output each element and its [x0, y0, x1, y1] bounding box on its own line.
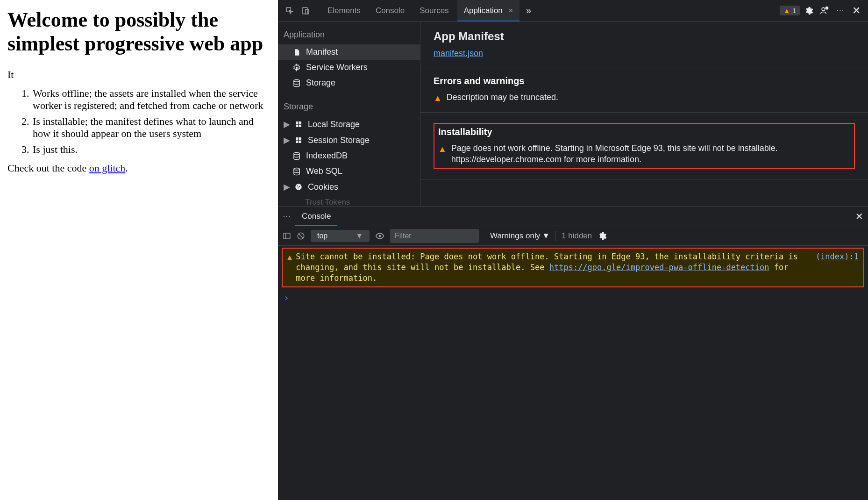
- warning-count: 1: [792, 7, 796, 14]
- svg-rect-8: [299, 121, 301, 124]
- installability-highlight: Installability ▲ Page does not work offl…: [434, 123, 855, 169]
- svg-line-24: [299, 234, 303, 238]
- more-tabs-icon[interactable]: »: [521, 4, 535, 18]
- database-icon: [292, 167, 301, 176]
- kebab-icon[interactable]: ⋯: [833, 4, 847, 18]
- close-drawer-icon[interactable]: ✕: [855, 211, 863, 222]
- svg-point-6: [294, 79, 299, 82]
- page-intro: It: [7, 69, 270, 81]
- console-link[interactable]: https://goo.gle/improved-pwa-offline-det…: [549, 263, 769, 272]
- console-drawer: ⋯ Console ✕ top ▼ Warnings only ▼: [278, 206, 868, 500]
- sidebar-item-local-storage[interactable]: ▶ Local Storage: [278, 116, 420, 132]
- context-selector[interactable]: top ▼: [311, 230, 370, 242]
- warnings-pill[interactable]: ▲ 1: [780, 6, 800, 15]
- sidebar-item-label: Cookies: [308, 182, 338, 192]
- warning-icon: ▲: [783, 7, 790, 14]
- svg-rect-14: [299, 141, 301, 143]
- svg-rect-21: [284, 233, 290, 239]
- svg-point-3: [822, 7, 825, 11]
- outro-suffix: .: [125, 162, 128, 174]
- sidebar-item-trust-tokens[interactable]: Trust Tokens: [278, 195, 420, 206]
- error-text: Description may be truncated.: [447, 92, 558, 103]
- file-icon: [292, 48, 301, 57]
- warning-icon: ▲: [438, 144, 447, 155]
- devtools-body: Application Manifest Service Workers Sto…: [278, 21, 868, 206]
- sidebar-item-label: Manifest: [306, 47, 338, 57]
- console-settings-icon[interactable]: [598, 231, 607, 241]
- svg-point-19: [299, 186, 300, 187]
- inspect-icon[interactable]: [283, 4, 297, 18]
- sidebar-item-websql[interactable]: Web SQL: [278, 164, 420, 179]
- page-title: Welcome to possibly the simplest progres…: [7, 8, 270, 56]
- devtools-tabbar: Elements Console Sources Application × »…: [278, 0, 868, 21]
- sidebar-item-storage[interactable]: Storage: [278, 75, 420, 91]
- app-manifest-heading: App Manifest: [434, 30, 855, 43]
- drawer-more-icon[interactable]: ⋯: [283, 211, 292, 221]
- close-devtools-icon[interactable]: ✕: [849, 4, 863, 18]
- svg-rect-11: [296, 137, 298, 140]
- live-expression-icon[interactable]: [375, 231, 384, 241]
- device-toggle-icon[interactable]: [299, 4, 313, 18]
- console-toolbar: top ▼ Warnings only ▼ 1 hidden: [278, 226, 868, 246]
- installability-text: Page does not work offline. Starting in …: [451, 143, 850, 165]
- application-sidebar: Application Manifest Service Workers Sto…: [278, 21, 420, 206]
- sidebar-item-indexeddb[interactable]: IndexedDB: [278, 148, 420, 164]
- svg-point-25: [379, 235, 381, 237]
- tab-application[interactable]: Application ×: [457, 0, 520, 21]
- manifest-link[interactable]: manifest.json: [434, 49, 483, 58]
- warning-icon: ▲: [287, 252, 292, 263]
- chevron-down-icon: ▼: [542, 231, 550, 241]
- svg-rect-10: [299, 125, 301, 127]
- error-row: ▲ Description may be truncated.: [434, 92, 855, 104]
- tab-elements[interactable]: Elements: [321, 0, 367, 21]
- close-icon[interactable]: ×: [509, 6, 513, 15]
- application-main: App Manifest manifest.json Errors and wa…: [420, 21, 868, 206]
- svg-point-18: [297, 186, 298, 186]
- sidebar-item-label: IndexedDB: [306, 151, 348, 161]
- console-source-link[interactable]: (index):1: [816, 251, 859, 262]
- grid-icon: [294, 120, 303, 129]
- sidebar-item-session-storage[interactable]: ▶ Session Storage: [278, 132, 420, 148]
- tab-sources[interactable]: Sources: [413, 0, 455, 21]
- svg-point-20: [298, 187, 299, 188]
- sidebar-item-manifest[interactable]: Manifest: [278, 44, 420, 60]
- installability-row: ▲ Page does not work offline. Starting i…: [438, 143, 850, 165]
- tab-console[interactable]: Console: [369, 0, 411, 21]
- clear-console-icon[interactable]: [297, 232, 305, 240]
- svg-point-15: [294, 152, 299, 155]
- drawer-tab-console[interactable]: Console: [295, 207, 337, 226]
- console-prompt[interactable]: ›: [278, 289, 868, 306]
- page-list: Works offline; the assets are installed …: [32, 87, 270, 156]
- tab-application-label: Application: [464, 6, 503, 15]
- feedback-icon[interactable]: [818, 4, 832, 18]
- hidden-count[interactable]: 1 hidden: [562, 231, 592, 241]
- gear-icon: [292, 63, 301, 72]
- database-icon: [292, 79, 301, 88]
- glitch-link[interactable]: on glitch: [89, 162, 126, 174]
- cookie-icon: [294, 182, 303, 192]
- settings-icon[interactable]: [802, 4, 816, 18]
- drawer-tabbar: ⋯ Console ✕: [278, 207, 868, 226]
- chevron-right-icon: ▶: [284, 135, 289, 145]
- svg-rect-13: [296, 141, 298, 143]
- installability-heading: Installability: [438, 127, 850, 137]
- warning-icon: ▲: [434, 93, 442, 104]
- sidebar-item-service-workers[interactable]: Service Workers: [278, 60, 420, 75]
- grid-icon: [294, 136, 303, 145]
- sidebar-section-application: Application: [278, 25, 420, 44]
- list-item: Is just this.: [32, 143, 270, 156]
- list-item: Is installable; the manifest defines wha…: [32, 115, 270, 140]
- sidebar-toggle-icon[interactable]: [283, 232, 291, 240]
- console-warning-text: Site cannot be installed: Page does not …: [296, 251, 812, 284]
- devtools-panel: Elements Console Sources Application × »…: [278, 0, 868, 500]
- svg-point-16: [294, 168, 299, 170]
- sidebar-item-label: Storage: [306, 78, 335, 88]
- sidebar-item-cookies[interactable]: ▶ Cookies: [278, 179, 420, 195]
- svg-point-4: [826, 7, 828, 9]
- sidebar-item-label: Local Storage: [308, 120, 360, 129]
- svg-rect-7: [296, 121, 298, 124]
- sidebar-item-label: Session Storage: [308, 136, 370, 145]
- filter-input[interactable]: [390, 229, 479, 243]
- level-selector[interactable]: Warnings only ▼: [490, 231, 550, 241]
- svg-rect-1: [303, 7, 307, 14]
